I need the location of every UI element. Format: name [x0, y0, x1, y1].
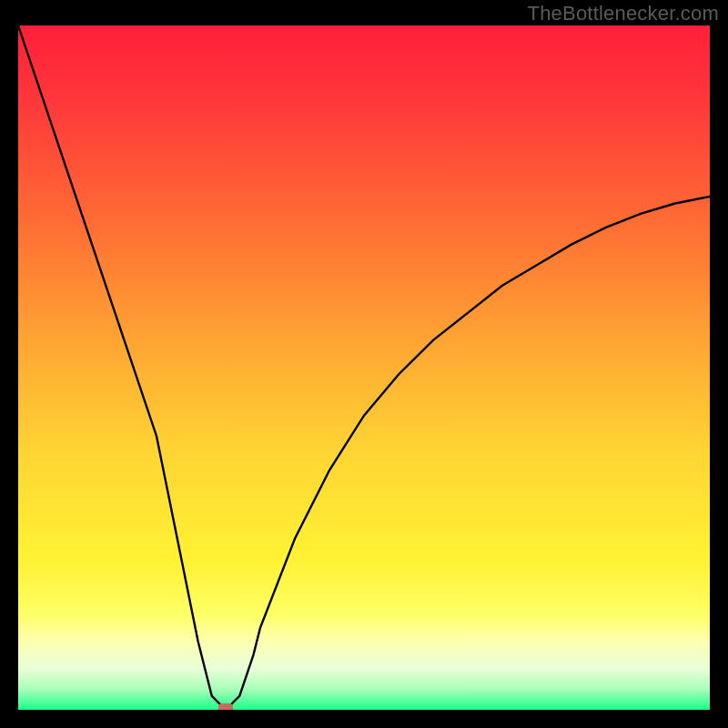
chart-svg [18, 25, 710, 710]
plot-area [18, 25, 710, 710]
chart-frame: TheBottlenecker.com [0, 0, 728, 728]
optimal-marker [218, 703, 233, 710]
watermark-text: TheBottlenecker.com [528, 2, 719, 25]
gradient-background [18, 25, 710, 710]
